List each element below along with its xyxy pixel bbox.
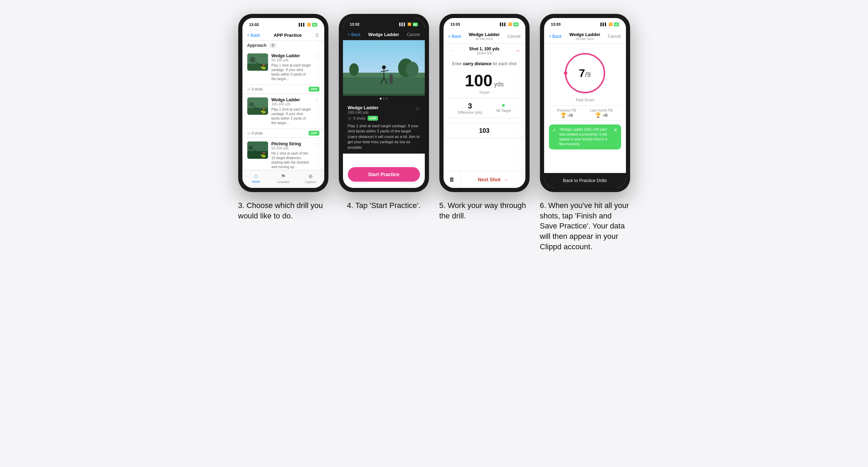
cancel-6[interactable]: Cancel [608,34,621,39]
section-label-3: Approach [247,43,267,48]
distance-input-5[interactable] [444,123,525,138]
tab-activities-3[interactable]: ⚑ Activities [269,173,297,184]
nav-4: < Back Wedge Ladder Cancel [343,29,425,40]
last-month-pb-6: Last month PB 🏆 -/9 [590,109,613,118]
prev-pb-6: Previous PB 🏆 -/9 [557,109,576,118]
dot-3-4 [386,98,388,100]
section-header-3: Approach 7 [242,41,324,50]
step-5-desc: 5. Work your way through the drill. [439,200,530,221]
trophy-icon-2: 🏆 [595,112,601,118]
prev-shot-5[interactable]: ← [448,47,455,54]
shot-info-5: Shot 1, 100 yds Score 5/9 [469,46,499,55]
drill-list-3: Wedge Ladder 50-100 yds Play 1 shot at e… [242,50,324,182]
phone-6-screen: 13:03 ▌▌▌ 🛜 46 < Back Wedge Ladder 06 Ma… [544,18,626,188]
toast-text-6: "Wedge Ladder (100–140 yds)" was created… [559,127,611,147]
drill-card-2[interactable]: Wedge Ladder 100-140 yds Play 1 shot at … [242,94,324,129]
cancel-4[interactable]: Cancel [407,32,420,37]
close-toast-6[interactable]: ✕ [613,127,618,133]
target-display-5: 100 yds Target [444,68,525,98]
notch-4 [366,21,393,28]
phone-5-screen: 13:03 ▌▌▌ 🛜 46 < Back Wedge Ladder 06 Ma… [444,18,525,188]
phone-4-screen: 13:02 ▌▌▌ 🛜 46 < Back Wedge Ladder Cance… [343,18,425,188]
app-badge-2: APP [309,131,319,136]
tab-bar-3: ⌂ Home ⚑ Activities ⊕ Capture [242,170,324,188]
target-label-5: Target [444,90,525,94]
drill-thumb-1 [247,53,268,71]
notch-3 [263,21,294,28]
score-circle-6: 7/9 [562,51,608,96]
time-6: 13:03 [551,22,561,26]
drill-info-3: Pitching String 55-100 yds Hit 1 shot at… [272,141,311,169]
home-icon-3: ⌂ [254,173,258,179]
next-shot-btn-5[interactable]: Next Shot → [461,171,525,188]
phone-6: 13:03 ▌▌▌ 🛜 46 < Back Wedge Ladder 06 Ma… [540,14,630,192]
golf-image-4 [343,40,425,96]
delete-btn-5[interactable]: 🗑 [444,171,461,188]
app-badge-4: APP [368,116,378,121]
shot-nav-5: ← Shot 1, 100 yds Score 5/9 → [444,44,525,58]
back-to-drills-btn-6[interactable]: Back to Practice Drills [544,173,626,188]
svg-point-18 [406,62,418,77]
start-practice-btn-4[interactable]: Start Practice [348,167,420,182]
drill-range-1: 50-100 yds [272,58,311,62]
step-3-column: 13:02 ▌▌▌ 🛜 46 < Back APP Practice ☰ [238,14,328,221]
difference-stat-5: 3 Difference (yds) [458,102,482,114]
status-bar-3: 13:02 ▌▌▌ 🛜 46 [242,18,324,30]
section-badge-3: 7 [269,43,276,48]
star-3[interactable]: ☆ [315,141,319,147]
phone-4: 13:02 ▌▌▌ 🛜 46 < Back Wedge Ladder Cance… [339,14,429,192]
star-1[interactable]: ☆ [315,53,319,59]
phone-5: 13:03 ▌▌▌ 🛜 46 < Back Wedge Ladder 06 Ma… [439,14,530,192]
menu-3[interactable]: ☰ [315,33,319,38]
svg-point-6 [249,102,254,107]
shots-row-4: ◷ 9 shots APP [348,116,420,121]
shot-label-5: Shot 1, 100 yds [469,46,499,51]
svg-point-19 [349,63,359,76]
success-toast-6: ✓ "Wedge Ladder (100–140 yds)" was creat… [549,124,621,149]
score-label-6: Total Score [575,98,594,102]
last-month-pb-label-6: Last month PB [590,109,613,112]
drill-card-3[interactable]: Pitching String 55-100 yds Hit 1 shot at… [242,138,324,173]
cancel-5[interactable]: Cancel [507,34,520,39]
next-shot-bar-5: 🗑 Next Shot → [444,171,525,188]
drill-card-1[interactable]: Wedge Ladder 50-100 yds Play 1 shot at e… [242,50,324,85]
nav-5: < Back Wedge Ladder 06 Mar 2023 Cancel [444,29,525,44]
next-shot-arrow-5[interactable]: → [514,47,521,54]
activities-icon-3: ⚑ [281,173,286,180]
star-2[interactable]: ☆ [315,97,319,103]
drill-info-1: Wedge Ladder 50-100 yds Play 1 shot at e… [272,53,311,81]
tab-home-3[interactable]: ⌂ Home [242,173,270,184]
back-3[interactable]: < Back [247,33,260,38]
status-icons-3: ▌▌▌ 🛜 46 [299,23,317,27]
app-badge-1: APP [309,87,319,92]
hit-target-label-5: Hit Target [496,109,511,113]
notch-6 [567,21,594,28]
pb-row-6: Previous PB 🏆 -/9 Last month PB 🏆 -/9 [549,105,621,121]
phone-3-screen: 13:02 ▌▌▌ 🛜 46 < Back APP Practice ☰ [242,18,324,188]
tab-capture-3[interactable]: ⊕ Capture [297,173,324,184]
drill-footer-2: ◷ 9 shots APP [242,129,324,138]
notch-5 [466,21,494,28]
time-5: 13:03 [450,22,460,26]
drill-range-3: 55-100 yds [272,146,311,150]
shots-label-1: ◷ 9 shots [247,87,263,91]
back-4[interactable]: < Back [348,32,361,37]
back-5[interactable]: < Back [448,34,461,39]
step-4-desc: 4. Tap 'Start Practice'. [347,200,420,211]
status-icons-5: ▌▌▌ 🛜 46 [500,23,518,26]
drill-name-1: Wedge Ladder [272,53,311,58]
time-3: 13:02 [249,23,259,27]
target-unit-5: yds [494,81,504,88]
dot-1-4 [380,98,381,100]
drill-desc-2: Play 1 shot at each target yardage. If y… [272,107,311,125]
hit-target-stat-5: ● Hit Target [496,102,511,114]
score-denom-6: /9 [585,71,591,78]
back-6[interactable]: < Back [549,34,562,39]
drill-info-2: Wedge Ladder 100-140 yds Play 1 shot at … [272,97,311,125]
svg-rect-1 [247,64,268,71]
svg-rect-16 [343,77,425,93]
star-detail-4[interactable]: ☆ [415,105,420,112]
svg-point-20 [382,66,386,69]
input-row-5: − + [457,123,512,138]
drill-desc-1: Play 1 shot at each target yardage. If y… [272,63,311,81]
